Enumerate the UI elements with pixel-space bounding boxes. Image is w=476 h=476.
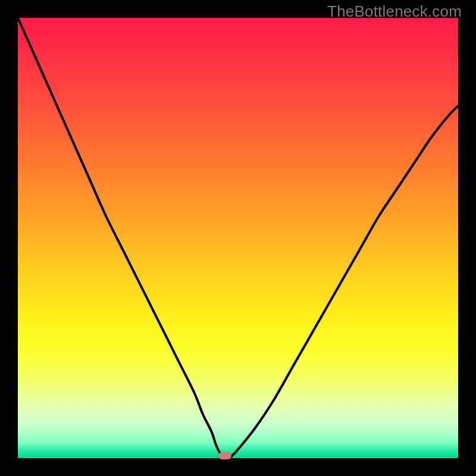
optimum-marker	[218, 452, 231, 459]
bottleneck-curve	[18, 18, 458, 458]
chart-frame: TheBottleneck.com	[0, 0, 476, 476]
watermark-text: TheBottleneck.com	[327, 2, 462, 21]
plot-area	[18, 18, 458, 458]
